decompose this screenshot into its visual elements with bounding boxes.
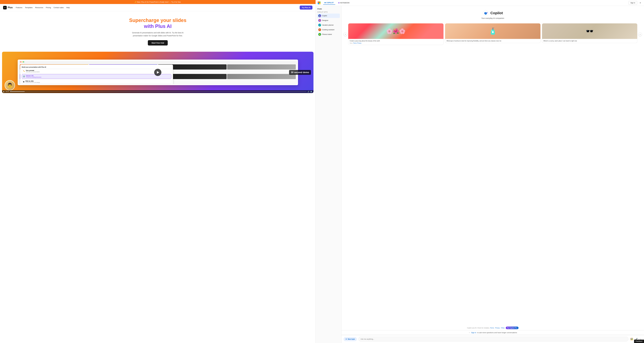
sidebar-item-designer[interactable]: 🎨 Designer: [317, 18, 340, 23]
copilot-item-icon: 🤖: [318, 14, 321, 17]
demo-modal: Build your presentation with Plus AI ✏️ …: [20, 65, 173, 84]
demo-option-upload[interactable]: ⬆️ Upload a file Convert an existing doc…: [22, 74, 171, 79]
demo-options: ✏️ Use a prompt Describe your presentati…: [22, 69, 171, 84]
copilot-content: Copilot Your everyday AI companion ‹ Cre…: [342, 6, 644, 343]
designer-item-icon: 🎨: [318, 19, 321, 22]
announcement-bar[interactable]: ✨ New: Plus AI for PowerPoint is finally…: [0, 0, 316, 4]
card-glasses-image: [542, 24, 637, 39]
demo-video: Build your presentation with Plus AI ✏️ …: [2, 52, 314, 93]
carousel-card-bottle[interactable]: What type of workout is best for improvi…: [445, 24, 540, 45]
demo-option-slide[interactable]: ▦ Slide by slide Control structure and d…: [22, 80, 171, 84]
copilot-subtitle: Your everyday AI companion: [344, 17, 641, 19]
copilot-tab-label: COPILOT: [326, 2, 334, 4]
ms-logo: [318, 2, 320, 4]
card-bottle-image: [445, 24, 540, 39]
start-free-trial-button[interactable]: Start free trial: [148, 40, 168, 46]
footer-privacy-link[interactable]: Privacy: [495, 327, 500, 329]
new-topic-button[interactable]: ✦ New topic: [344, 337, 357, 341]
window-close-dot: [20, 61, 21, 63]
hero-section: Supercharge your slides with Plus AI Gen…: [0, 11, 316, 49]
slide-thumb-8: [227, 74, 296, 79]
vacation-item-icon: ✈️: [318, 24, 321, 27]
nav-templates[interactable]: Templates: [25, 7, 32, 9]
play-triangle-icon: [157, 71, 159, 74]
image-input-button[interactable]: 🖼️: [630, 337, 634, 341]
presenter-avatar: 👨: [5, 80, 15, 91]
video-play-button[interactable]: ▶: [3, 91, 4, 93]
prompt-sublabel: Describe your presentation: [26, 71, 40, 73]
copilot-logo-icon: [482, 10, 489, 16]
sign-in-link[interactable]: Sign in: [471, 332, 476, 333]
logo[interactable]: + Plus: [3, 6, 13, 10]
nav-resources[interactable]: Resources: [35, 7, 43, 9]
sidebar-copilot-label: Copilot: [322, 15, 327, 17]
copilot-title: Copilot: [490, 11, 503, 15]
svg-point-1: [485, 13, 486, 14]
slide-thumb-4: [227, 64, 296, 70]
copilot-sidebar: Chats Copilot GPTs 🤖 Copilot 🎨 Designer …: [316, 6, 342, 343]
ms-topbar: COPILOT NOTEBOOK Sign in ≡: [316, 0, 644, 6]
demo-option-prompt[interactable]: ✏️ Use a prompt Describe your presentati…: [22, 69, 171, 73]
carousel-next-button[interactable]: ›: [638, 33, 642, 36]
carousel-items: Create a pop song about the beauty of th…: [348, 24, 637, 45]
play-button[interactable]: [154, 69, 162, 76]
volume-icon[interactable]: 🔊: [308, 91, 310, 93]
upload-sublabel: Convert an existing document: [26, 77, 41, 78]
sidebar-item-copilot[interactable]: 🤖 Copilot: [317, 14, 340, 18]
ms-signin-button[interactable]: Sign in: [628, 1, 637, 5]
nav-features[interactable]: Features: [16, 7, 22, 9]
video-control-icons: 🔊 ⚙️: [308, 91, 312, 93]
footer-faqs-link[interactable]: FAQs: [501, 327, 505, 329]
cooking-item-icon: 🍳: [318, 28, 321, 31]
nav-contact[interactable]: Contact sales: [54, 7, 64, 9]
content-spacer: [342, 47, 644, 325]
navbar: + Plus Features Templates Resources Pric…: [0, 4, 316, 11]
card-flowers-image: [348, 24, 444, 39]
sign-in-arrow: →: [468, 332, 470, 333]
carousel-card-flowers[interactable]: Create a pop song about the beauty of th…: [348, 24, 444, 45]
prompt-icon: ✏️: [23, 70, 25, 72]
right-panel: COPILOT NOTEBOOK Sign in ≡ Chats Copilot…: [316, 0, 644, 343]
video-progress-bar[interactable]: [10, 91, 306, 92]
chat-input-field[interactable]: [358, 337, 628, 341]
hero-title-line2: with Plus AI: [144, 24, 172, 29]
footer-terms-link[interactable]: Terms: [490, 327, 494, 329]
demo-option-upload-labels: Upload a file Convert an existing docume…: [26, 75, 41, 78]
copilot-main: Chats Copilot GPTs 🤖 Copilot 🎨 Designer …: [316, 6, 644, 343]
feedback-button[interactable]: Feedback: [634, 340, 644, 343]
card-flowers-privacy[interactable]: Privacy: [357, 42, 362, 44]
copilot-hero: Copilot Your everyday AI companion: [342, 6, 644, 21]
try-plus-ai-button[interactable]: Try Plus AI: [300, 6, 312, 10]
fitness-item-icon: 💪: [318, 33, 321, 36]
sidebar-item-fitness[interactable]: 💪 Fitness trainer: [317, 32, 340, 37]
window-maximize-dot: [23, 61, 24, 63]
ms-menu-button[interactable]: ≡: [639, 1, 642, 5]
card-glasses-description: Where's a sunny, warm place I can travel…: [544, 40, 636, 42]
tab-notebook[interactable]: NOTEBOOK: [337, 1, 351, 5]
sidebar-cooking-label: Cooking assistant: [322, 29, 334, 31]
carousel-prev-button[interactable]: ‹: [344, 33, 347, 36]
video-progress-fill: [10, 91, 25, 92]
video-time: 00:30: [6, 91, 9, 92]
card-flowers-description: Create a pop song about the beauty of th…: [350, 40, 442, 42]
new-topic-icon: ✦: [345, 338, 347, 340]
nav-pricing[interactable]: Pricing: [46, 7, 51, 9]
try-copilot-pro-button[interactable]: Try Copilot Pro: [506, 326, 518, 329]
chat-input-area: ✦ New topic 🖼️ 🎤 ➤: [342, 335, 644, 343]
carousel-card-glasses[interactable]: Where's a sunny, warm place I can travel…: [542, 24, 637, 45]
slide-sublabel: Control structure and design: [26, 82, 40, 83]
logo-text: Plus: [8, 6, 13, 9]
card-flowers-terms[interactable]: Terms: [353, 42, 356, 44]
copilot-logo-area: Copilot: [344, 10, 641, 16]
nav-help[interactable]: Help: [66, 7, 70, 9]
sidebar-item-vacation[interactable]: ✈️ Vacation planner: [317, 23, 340, 27]
card-flowers-source: Suno: [350, 42, 352, 44]
tab-copilot[interactable]: COPILOT: [323, 1, 335, 5]
notebook-tab-dot: [338, 2, 340, 3]
settings-icon[interactable]: ⚙️: [310, 91, 312, 93]
upload-icon: ⬆️: [23, 76, 25, 77]
demo-option-slide-labels: Slide by slide Control structure and des…: [26, 80, 40, 83]
hero-title-line1: Supercharge your slides: [129, 18, 186, 23]
logo-icon: +: [3, 6, 7, 10]
sidebar-item-cooking[interactable]: 🍳 Cooking assistant: [317, 28, 340, 32]
